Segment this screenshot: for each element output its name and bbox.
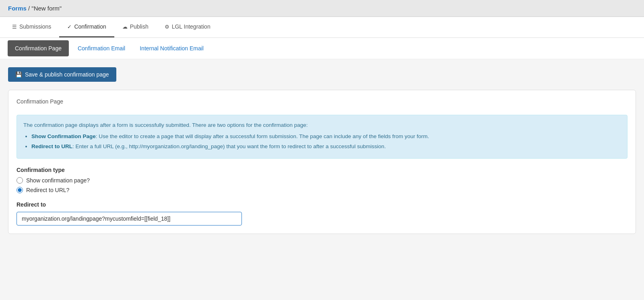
radio-redirect-url-input[interactable] xyxy=(17,187,23,193)
tab-confirmation-label: Confirmation xyxy=(74,23,106,30)
save-icon: 💾 xyxy=(15,71,22,78)
redirect-to-label: Redirect to xyxy=(17,201,627,208)
tab-submissions[interactable]: ☰ Submissions xyxy=(4,17,59,37)
tab-submissions-label: Submissions xyxy=(19,23,51,30)
tab-publish-label: Publish xyxy=(130,23,149,30)
sub-tab-bar: Confirmation Page Confirmation Email Int… xyxy=(0,38,644,59)
save-publish-button[interactable]: 💾 Save & publish confirmation page xyxy=(8,67,116,82)
info-option1: Show Confirmation Page: Use the editor t… xyxy=(31,132,621,141)
breadcrumb-separator: / xyxy=(27,5,32,12)
sub-tab-confirmation-email[interactable]: Confirmation Email xyxy=(70,40,132,56)
tab-confirmation[interactable]: ✓ Confirmation xyxy=(59,17,114,37)
confirmation-icon: ✓ xyxy=(67,24,72,30)
main-content: 💾 Save & publish confirmation page Confi… xyxy=(0,59,644,300)
forms-link[interactable]: Forms xyxy=(8,5,27,12)
tab-publish[interactable]: ☁ Publish xyxy=(114,17,157,37)
radio-show-page-label: Show confirmation page? xyxy=(26,177,90,184)
sub-tab-internal-notification-label: Internal Notification Email xyxy=(140,45,204,52)
radio-show-page-input[interactable] xyxy=(17,177,23,184)
info-option2: Redirect to URL: Enter a full URL (e.g.,… xyxy=(31,142,621,151)
info-option1-bold: Show Confirmation Page xyxy=(31,133,96,139)
sub-tab-confirmation-page[interactable]: Confirmation Page xyxy=(8,40,69,56)
breadcrumb-bar: Forms / "New form" xyxy=(0,0,644,17)
save-button-label: Save & publish confirmation page xyxy=(25,71,109,78)
radio-redirect-url[interactable]: Redirect to URL? xyxy=(17,187,627,193)
tab-lgl-integration[interactable]: ⚙ LGL Integration xyxy=(157,17,219,37)
sub-tab-confirmation-email-label: Confirmation Email xyxy=(78,45,125,52)
lgl-icon: ⚙ xyxy=(165,24,169,30)
sub-tab-confirmation-page-label: Confirmation Page xyxy=(15,45,62,52)
confirmation-type-radio-group: Show confirmation page? Redirect to URL? xyxy=(17,177,627,193)
info-option1-text: : Use the editor to create a page that w… xyxy=(96,133,429,139)
card-title: Confirmation Page xyxy=(17,98,627,109)
info-box: The confirmation page displays after a f… xyxy=(17,115,627,159)
radio-show-page[interactable]: Show confirmation page? xyxy=(17,177,627,184)
form-name: "New form" xyxy=(31,5,62,12)
info-option2-text: : Enter a full URL (e.g., http://myorgan… xyxy=(72,143,386,149)
confirmation-type-label: Confirmation type xyxy=(17,167,627,173)
submissions-icon: ☰ xyxy=(12,24,17,30)
publish-icon: ☁ xyxy=(122,24,128,30)
info-option2-bold: Redirect to URL xyxy=(31,143,72,149)
tab-lgl-label: LGL Integration xyxy=(172,23,211,30)
radio-redirect-url-label: Redirect to URL? xyxy=(26,187,69,193)
redirect-url-input[interactable] xyxy=(17,212,242,226)
info-intro: The confirmation page displays after a f… xyxy=(23,122,308,128)
main-tab-bar: ☰ Submissions ✓ Confirmation ☁ Publish ⚙… xyxy=(0,17,644,38)
confirmation-page-card: Confirmation Page The confirmation page … xyxy=(8,90,636,234)
sub-tab-internal-notification[interactable]: Internal Notification Email xyxy=(132,40,211,56)
